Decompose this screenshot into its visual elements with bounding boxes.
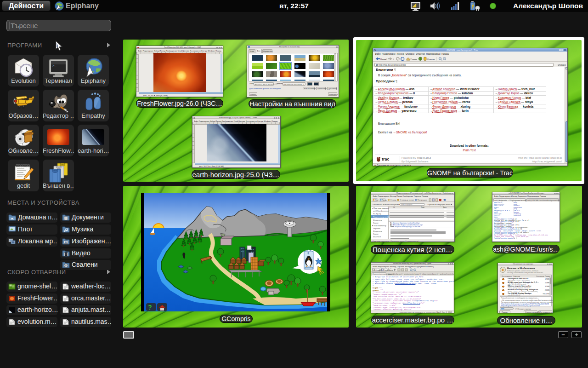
svg-text:Отговор до всички: Отговор до всички xyxy=(400,199,414,201)
svg-text:Пращ.: Пращ. xyxy=(382,199,387,201)
svg-text:▾: ▾ xyxy=(386,58,388,60)
svg-text:Нов ▾: Нов ▾ xyxy=(375,199,379,201)
svg-text:Отметки: Отметки xyxy=(427,58,435,60)
svg-text:Препращане: Препращане xyxy=(418,199,427,201)
svg-text:У дома: У дома xyxy=(411,58,418,60)
svg-text:trac: trac xyxy=(382,157,390,161)
svg-text:?: ? xyxy=(148,304,152,311)
svg-text:>_: >_ xyxy=(52,64,57,68)
svg-text:▾: ▾ xyxy=(393,58,395,60)
svg-text:Назад: Назад xyxy=(380,58,386,60)
svg-text:Отговор: Отговор xyxy=(390,199,396,201)
